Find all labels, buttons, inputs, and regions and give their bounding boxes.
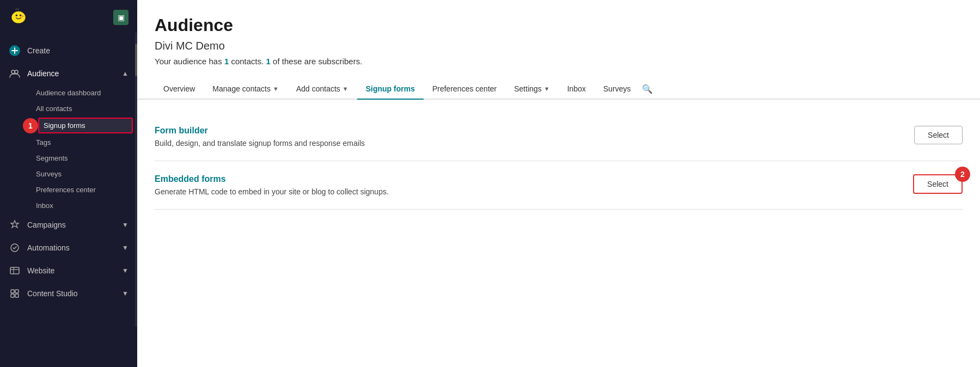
svg-rect-13 xyxy=(15,290,19,293)
audience-icon xyxy=(9,68,21,79)
sidebar: ▣ Create xyxy=(0,0,137,367)
settings-chevron: ▼ xyxy=(544,85,550,92)
tab-signup-forms[interactable]: Signup forms xyxy=(357,79,424,100)
embedded-forms-description: Generate HTML code to embed in your site… xyxy=(155,187,389,196)
campaigns-label: Campaigns xyxy=(27,221,115,229)
tab-preferences-center[interactable]: Preferences center xyxy=(424,79,505,100)
svg-rect-12 xyxy=(11,290,14,293)
create-label: Create xyxy=(27,46,128,55)
step-2-badge: 2 xyxy=(955,167,970,182)
sidebar-item-preferences-center[interactable]: Preferences center xyxy=(27,182,137,198)
campaigns-chevron: ▼ xyxy=(122,221,128,229)
form-option-form-builder: Form builder Build, design, and translat… xyxy=(155,113,963,161)
sidebar-item-content-studio[interactable]: Content Studio ▼ xyxy=(0,282,137,305)
sidebar-item-audience[interactable]: Audience ▲ xyxy=(0,62,137,85)
website-icon xyxy=(9,265,21,277)
tab-add-contacts[interactable]: Add contacts ▼ xyxy=(287,79,357,100)
form-option-embedded-forms: Embedded forms Generate HTML code to emb… xyxy=(155,161,963,210)
audience-description: Your audience has 1 contacts. 1 of these… xyxy=(155,57,963,66)
embedded-forms-button-wrapper: 2 Select xyxy=(902,174,963,194)
svg-rect-15 xyxy=(15,294,19,297)
sidebar-item-tags[interactable]: Tags xyxy=(27,134,137,150)
toggle-icon: ▣ xyxy=(118,13,125,22)
automations-chevron: ▼ xyxy=(122,244,128,252)
audience-desc-mid: contacts. xyxy=(229,57,266,66)
form-builder-info: Form builder Build, design, and translat… xyxy=(155,126,365,148)
sidebar-toggle-button[interactable]: ▣ xyxy=(113,10,128,25)
sidebar-item-inbox[interactable]: Inbox xyxy=(27,198,137,213)
website-chevron: ▼ xyxy=(122,267,128,274)
embedded-forms-info: Embedded forms Generate HTML code to emb… xyxy=(155,174,389,196)
manage-contacts-chevron: ▼ xyxy=(273,85,279,92)
automations-icon xyxy=(9,242,21,254)
sidebar-item-signup-forms[interactable]: Signup forms xyxy=(38,118,133,133)
tab-settings[interactable]: Settings ▼ xyxy=(505,79,558,100)
website-label: Website xyxy=(27,266,115,275)
form-builder-select-button[interactable]: Select xyxy=(914,126,963,144)
create-icon xyxy=(9,45,21,57)
main-content: Audience Divi MC Demo Your audience has … xyxy=(137,0,980,367)
content-tabs: Overview Manage contacts ▼ Add contacts … xyxy=(137,79,980,100)
audience-desc-prefix: Your audience has xyxy=(155,57,224,66)
audience-sub-nav: Audience dashboard All contacts 1 Signup… xyxy=(0,85,137,213)
sidebar-item-segments[interactable]: Segments xyxy=(27,150,137,166)
content-area: Form builder Build, design, and translat… xyxy=(137,100,980,367)
page-header: Audience Divi MC Demo Your audience has … xyxy=(137,0,980,79)
svg-point-6 xyxy=(11,70,15,74)
svg-point-4 xyxy=(21,15,24,17)
scrollbar[interactable] xyxy=(135,33,137,327)
svg-rect-9 xyxy=(10,267,19,274)
audience-name: Divi MC Demo xyxy=(155,40,963,52)
embedded-forms-title[interactable]: Embedded forms xyxy=(155,174,389,184)
content-studio-icon xyxy=(9,288,21,299)
mailchimp-logo[interactable] xyxy=(9,7,28,28)
tab-surveys[interactable]: Surveys xyxy=(595,79,640,100)
sidebar-navigation: Create Audience ▲ Audience dashboard All… xyxy=(0,35,137,367)
sidebar-section-audience: Audience ▲ Audience dashboard All contac… xyxy=(0,62,137,213)
step-1-badge: 1 xyxy=(23,118,38,133)
form-builder-title[interactable]: Form builder xyxy=(155,126,365,136)
subscribers-count: 1 xyxy=(266,57,271,66)
campaigns-icon xyxy=(9,219,21,231)
sidebar-item-surveys[interactable]: Surveys xyxy=(27,166,137,182)
tab-manage-contacts[interactable]: Manage contacts ▼ xyxy=(204,79,287,100)
sidebar-item-create[interactable]: Create xyxy=(0,39,137,62)
audience-chevron: ▲ xyxy=(122,70,128,77)
audience-label: Audience xyxy=(27,69,115,78)
tab-overview[interactable]: Overview xyxy=(155,79,204,100)
scroll-thumb xyxy=(135,44,137,76)
contacts-count: 1 xyxy=(224,57,229,66)
audience-desc-suffix: of these are subscribers. xyxy=(271,57,362,66)
content-studio-label: Content Studio xyxy=(27,289,115,298)
content-studio-chevron: ▼ xyxy=(122,290,128,297)
automations-label: Automations xyxy=(27,243,115,252)
sidebar-item-all-contacts[interactable]: All contacts xyxy=(27,101,137,117)
tab-inbox[interactable]: Inbox xyxy=(559,79,595,100)
sidebar-item-automations[interactable]: Automations ▼ xyxy=(0,236,137,259)
add-contacts-chevron: ▼ xyxy=(342,85,348,92)
svg-rect-14 xyxy=(11,294,14,297)
form-builder-description: Build, design, and translate signup form… xyxy=(155,139,365,148)
svg-point-2 xyxy=(16,14,18,16)
sidebar-item-campaigns[interactable]: Campaigns ▼ xyxy=(0,213,137,236)
search-icon[interactable]: 🔍 xyxy=(642,84,653,94)
sidebar-header: ▣ xyxy=(0,0,137,35)
sidebar-item-website[interactable]: Website ▼ xyxy=(0,259,137,282)
page-title: Audience xyxy=(155,15,963,35)
sidebar-item-audience-dashboard[interactable]: Audience dashboard xyxy=(27,85,137,101)
svg-point-7 xyxy=(15,70,18,74)
